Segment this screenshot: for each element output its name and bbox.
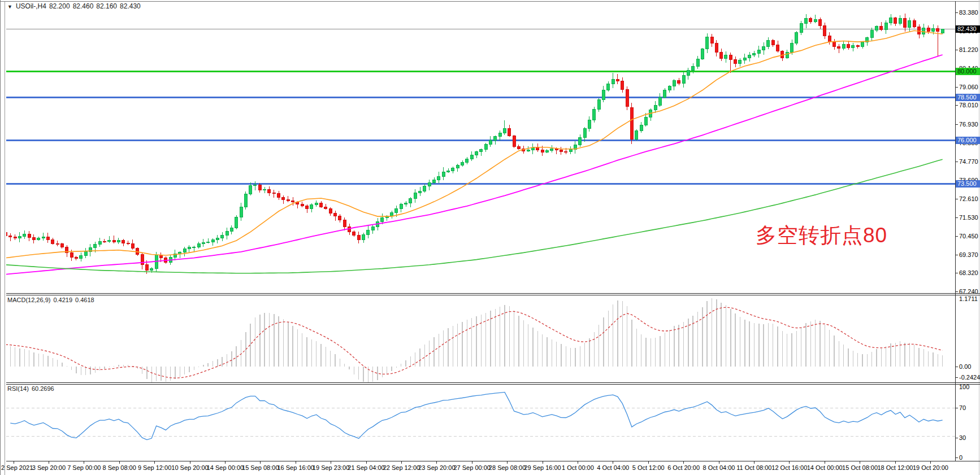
date-label: 9 Sep 12:00 <box>138 464 171 471</box>
symbol-period-label: USOil-,H4 <box>16 2 46 10</box>
macd-axis-label: 0.00 <box>959 363 971 370</box>
date-label: 3 Sep 20:00 <box>32 464 66 471</box>
date-label: 14 Oct 00:00 <box>807 464 843 471</box>
date-label: 6 Oct 20:00 <box>667 464 700 471</box>
date-label: 5 Oct 12:00 <box>632 464 665 471</box>
date-label: 19 Sep 23:00 <box>313 464 349 471</box>
level-price-label: 76.000 <box>956 137 980 144</box>
level-price-label: 78.500 <box>956 94 980 101</box>
price-tick-label: 72.610 <box>959 195 978 202</box>
rsi-axis-label: 70 <box>959 404 966 411</box>
ohlc-low: 82.160 <box>96 2 117 10</box>
date-label: 8 Oct 04:00 <box>703 464 735 471</box>
date-label: 2 Sep 2021 <box>1 464 33 471</box>
annotation-text: 多空转折点80 <box>756 221 887 250</box>
price-tick-label: 68.320 <box>959 269 978 276</box>
symbol-dropdown-icon[interactable]: ▼ <box>7 4 12 10</box>
current-price-label: 82.430 <box>956 25 980 33</box>
rsi-axis-label: 30 <box>959 434 966 441</box>
date-label: 28 Sep 08:00 <box>489 464 526 471</box>
price-tick-label: 71.530 <box>959 214 978 221</box>
price-tick-label: 79.060 <box>959 84 978 90</box>
macd-indicator-label: MACD(12,26,9)0.42190.4618 <box>7 297 97 303</box>
date-label: 4 Oct 04:00 <box>597 464 629 471</box>
price-tick-label: 81.220 <box>959 46 978 53</box>
ma-slow-green-line <box>6 159 943 273</box>
date-label: 10 Sep 20:00 <box>171 464 208 471</box>
date-label: 29 Sep 16:00 <box>524 464 561 471</box>
macd-histogram <box>6 298 943 382</box>
macd-name: MACD(12,26,9) <box>7 297 50 303</box>
rsi-axis-label: 100 <box>959 384 969 390</box>
rsi-indicator-label: RSI(14)60.2696 <box>7 385 57 392</box>
rsi-axis-label: 0 <box>959 454 962 461</box>
rsi-name: RSI(14) <box>7 385 29 392</box>
price-tick-label: 69.370 <box>959 251 978 258</box>
price-tick-label: 67.240 <box>959 288 978 295</box>
macd-panel <box>6 298 943 382</box>
date-label: 8 Sep 08:00 <box>103 464 136 471</box>
ohlc-open: 82.200 <box>49 2 70 10</box>
level-price-label: 73.500 <box>956 180 980 188</box>
date-label: 15 Oct 08:00 <box>842 464 878 471</box>
date-label: 16 Sep 16:00 <box>277 464 314 471</box>
rsi-value: 60.2696 <box>32 385 54 392</box>
date-label: 14 Sep 00:00 <box>207 464 244 471</box>
date-label: 7 Sep 00:00 <box>67 464 101 471</box>
chart-window: ▼USOil-,H482.20082.46082.16082.430 MACD(… <box>0 0 980 475</box>
date-label: 18 Oct 12:00 <box>878 464 913 471</box>
date-label: 27 Sep 00:00 <box>453 464 490 471</box>
date-label: 23 Sep 20:00 <box>418 464 455 471</box>
ohlc-close: 82.430 <box>120 2 141 10</box>
date-label: 15 Sep 08:00 <box>242 464 279 471</box>
date-label: 22 Sep 12:00 <box>383 464 420 471</box>
date-label: 19 Oct 20:00 <box>913 464 948 471</box>
macd-axis-label: -0.2424 <box>959 374 980 381</box>
price-tick-label: 76.930 <box>959 121 978 128</box>
macd-axis-label: 1.1711 <box>959 295 978 302</box>
date-label: 12 Oct 16:00 <box>771 464 807 471</box>
date-label: 1 Oct 00:00 <box>562 464 594 471</box>
chart-title: ▼USOil-,H482.20082.46082.16082.430 <box>7 2 144 10</box>
date-label: 21 Sep 04:00 <box>348 464 384 471</box>
rsi-panel <box>6 392 955 439</box>
price-tick-label: 83.380 <box>959 9 978 16</box>
level-price-label: 80.000 <box>956 68 980 75</box>
macd-signal-value: 0.4618 <box>75 297 94 303</box>
date-label: 11 Oct 08:00 <box>736 464 771 471</box>
macd-main-value: 0.4219 <box>53 297 72 303</box>
ohlc-high: 82.460 <box>73 2 94 10</box>
price-tick-label: 70.450 <box>959 233 978 239</box>
price-tick-label: 78.010 <box>959 102 978 108</box>
macd-signal-line <box>6 307 943 378</box>
price-tick-label: 74.770 <box>959 158 978 165</box>
rsi-line <box>10 392 942 439</box>
